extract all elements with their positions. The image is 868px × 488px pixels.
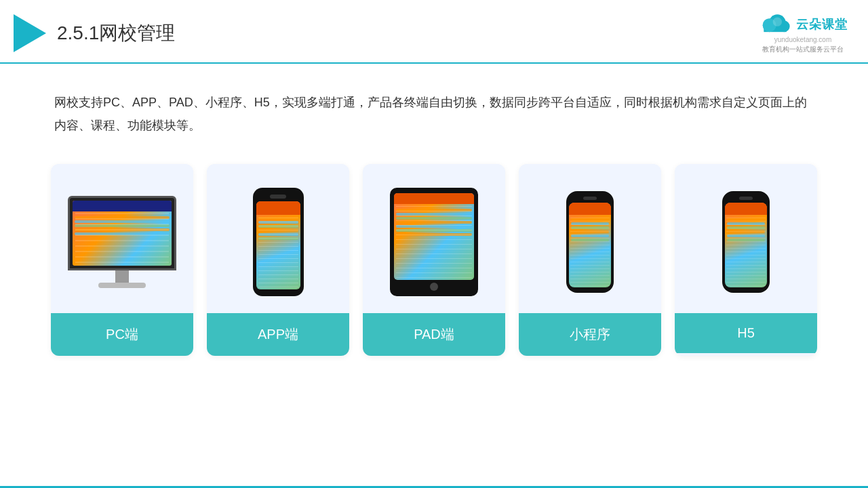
phone-notch — [270, 195, 286, 199]
card-h5-label: H5 — [675, 313, 817, 353]
phone-screen — [256, 201, 300, 289]
card-miniapp-image — [519, 164, 661, 313]
card-miniapp: 小程序 — [519, 164, 661, 356]
tablet-pad-icon — [390, 188, 478, 296]
card-pad: PAD端 — [363, 164, 505, 356]
card-app: APP端 — [207, 164, 349, 356]
phone-miniapp-icon — [566, 191, 614, 293]
header-left: 2.5.1网校管理 — [14, 14, 175, 52]
logo-area: 云朵课堂 yunduoketang.com 教育机构一站式服务云平台 — [758, 12, 848, 54]
phone-h5-icon — [722, 191, 770, 293]
card-pc-image — [51, 164, 193, 313]
header: 2.5.1网校管理 云朵课堂 yunduoketang.com 教育机构一站式服… — [0, 0, 868, 64]
card-h5: H5 — [675, 164, 817, 356]
cards-container: PC端 APP端 — [0, 150, 868, 376]
card-app-image — [207, 164, 349, 313]
tablet-screen — [394, 193, 474, 280]
svg-point-5 — [773, 18, 782, 26]
logo-cloud: 云朵课堂 — [758, 12, 848, 36]
pc-monitor-icon — [68, 196, 176, 288]
card-pc: PC端 — [51, 164, 193, 356]
card-h5-image — [675, 164, 817, 313]
cloud-icon — [758, 12, 792, 36]
card-pad-label: PAD端 — [363, 313, 505, 356]
phone-h5-screen — [725, 203, 767, 287]
logo-url: yunduoketang.com — [774, 36, 832, 43]
play-icon — [14, 14, 46, 52]
phone-h5-notch — [739, 197, 753, 200]
phone-small-notch — [583, 197, 597, 200]
card-miniapp-label: 小程序 — [519, 313, 661, 356]
phone-app-icon — [253, 188, 304, 296]
card-pad-image — [363, 164, 505, 313]
logo-tagline: 教育机构一站式服务云平台 — [762, 45, 844, 54]
phone-small-screen — [569, 203, 611, 287]
description-text: 网校支持PC、APP、PAD、小程序、H5，实现多端打通，产品各终端自由切换，数… — [0, 64, 868, 150]
logo-text: 云朵课堂 — [796, 16, 848, 33]
tablet-home-btn — [430, 283, 438, 291]
card-app-label: APP端 — [207, 313, 349, 356]
card-pc-label: PC端 — [51, 313, 193, 356]
page-title: 2.5.1网校管理 — [57, 20, 175, 46]
